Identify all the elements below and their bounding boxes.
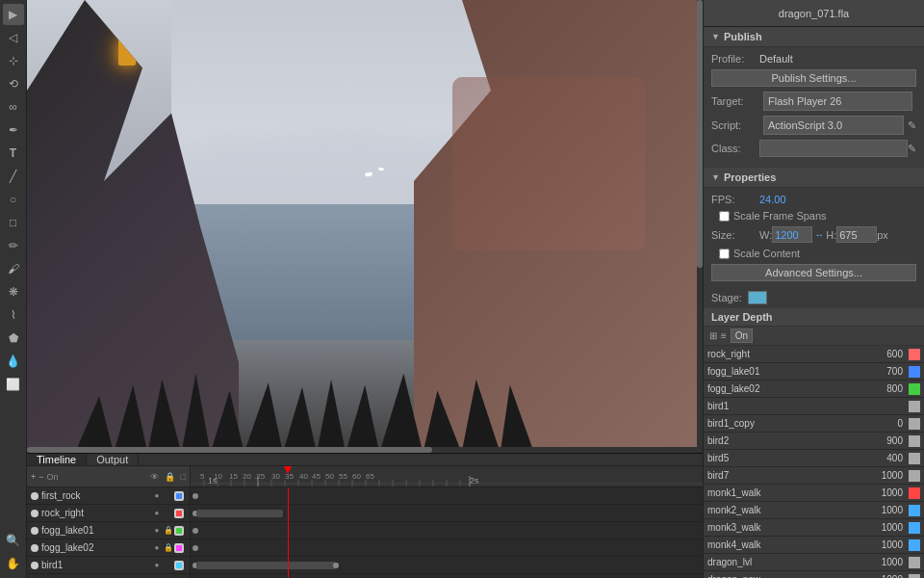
- keyframe-dot: [192, 493, 198, 499]
- tool-eraser[interactable]: ⬜: [3, 374, 24, 395]
- script-edit-icon[interactable]: ✎: [908, 119, 916, 132]
- tool-oval[interactable]: ○: [3, 189, 24, 210]
- ld-color-dragon-lvl: [909, 557, 920, 568]
- ld-row-bird2[interactable]: bird2 900: [704, 433, 924, 450]
- tl-layer-first-rock[interactable]: first_rock ●: [27, 487, 190, 505]
- layer-vis-rock-right[interactable]: ●: [151, 508, 163, 519]
- stage-color-swatch[interactable]: [748, 291, 767, 304]
- tl-add-layer-icon[interactable]: +: [31, 472, 36, 482]
- scale-content-checkbox[interactable]: [719, 249, 730, 259]
- advanced-settings-button[interactable]: Advanced Settings...: [711, 264, 916, 281]
- ld-row-bird1-copy[interactable]: bird1_copy 0: [704, 415, 924, 433]
- ld-row-dragon-new[interactable]: dragon_new 1000: [704, 571, 924, 578]
- tool-pen[interactable]: ✒: [3, 119, 24, 141]
- layer-outline-bird1[interactable]: [174, 561, 184, 570]
- tl-layer-rock-right[interactable]: rock_right ●: [27, 505, 190, 522]
- ld-row-monk4-walk[interactable]: monk4_walk 1000: [704, 537, 924, 554]
- scale-frame-checkbox[interactable]: [719, 211, 730, 222]
- tl-layer-bird1[interactable]: bird1 ●: [27, 557, 190, 574]
- ld-row-dragon-lvl[interactable]: dragon_lvl 1000: [704, 554, 924, 571]
- height-input[interactable]: [836, 226, 877, 243]
- ld-row-fogg-lake02[interactable]: fogg_lake02 800: [704, 381, 924, 398]
- layer-vis-fogg-lake02[interactable]: ●: [151, 542, 163, 554]
- ld-row-fogg-lake01[interactable]: fogg_lake01 700: [704, 363, 924, 381]
- canvas-hscroll[interactable]: [27, 447, 703, 453]
- publish-content: Profile: Default Publish Settings... Tar…: [704, 47, 924, 168]
- layer-vis-first-rock[interactable]: ●: [151, 490, 163, 502]
- ld-depth-monk2-walk: 1000: [868, 505, 907, 515]
- properties-arrow-icon: ▼: [711, 172, 720, 182]
- layer-outline-first-rock[interactable]: [174, 491, 184, 501]
- tool-zoom[interactable]: 🔍: [3, 530, 24, 551]
- tool-lasso[interactable]: ∞: [3, 96, 24, 118]
- class-edit-icon[interactable]: ✎: [908, 143, 916, 155]
- layer-lock-first-rock[interactable]: [163, 490, 174, 502]
- ld-on-toggle[interactable]: On: [731, 328, 753, 343]
- publish-settings-button[interactable]: Publish Settings...: [711, 69, 916, 87]
- layer-outline-rock-right[interactable]: [174, 509, 184, 518]
- tool-bone[interactable]: ⌇: [3, 304, 24, 326]
- ld-name-bird1-copy: bird1_copy: [707, 418, 868, 429]
- ld-row-monk3-walk[interactable]: monk3_walk 1000: [704, 519, 924, 537]
- layer-lock-fogg-lake02[interactable]: 🔒: [163, 542, 174, 554]
- tool-deco[interactable]: ❋: [3, 281, 24, 302]
- tool-hand[interactable]: ✋: [3, 553, 24, 574]
- class-input[interactable]: [759, 140, 908, 157]
- tool-arrow[interactable]: ▶: [3, 4, 24, 25]
- layer-outline-fogg-lake02[interactable]: [174, 543, 184, 553]
- track-fogg-lake01[interactable]: [191, 522, 703, 539]
- tab-timeline[interactable]: Timeline: [27, 454, 87, 465]
- tool-eyedrop[interactable]: 💧: [3, 351, 24, 372]
- ld-row-monk2-walk[interactable]: monk2_walk 1000: [704, 502, 924, 519]
- track-fogg-lake02[interactable]: [191, 539, 703, 557]
- tl-header-on: On: [47, 472, 59, 482]
- tool-freeform[interactable]: ⊹: [3, 50, 24, 71]
- script-select[interactable]: ActionScript 3.0: [763, 116, 904, 135]
- ld-list-icon[interactable]: ≡: [721, 330, 727, 341]
- tl-delete-layer-icon[interactable]: −: [38, 472, 43, 482]
- properties-section-header[interactable]: ▼ Properties: [704, 168, 924, 188]
- ld-depth-monk4-walk: 1000: [868, 539, 907, 550]
- track-span: [196, 562, 336, 569]
- link-dimensions-icon[interactable]: ↔: [814, 229, 824, 240]
- ld-row-rock-right[interactable]: rock_right 600: [704, 346, 924, 363]
- tl-layer-fogg-lake02[interactable]: fogg_lake02 ● 🔒: [27, 539, 190, 557]
- tool-brush[interactable]: 🖌: [3, 258, 24, 279]
- tool-rect[interactable]: □: [3, 212, 24, 233]
- target-select[interactable]: Flash Player 26: [763, 92, 912, 111]
- layer-type-icon: [31, 492, 38, 500]
- track-bird1-copy[interactable]: [191, 574, 703, 578]
- tool-pencil[interactable]: ✏: [3, 235, 24, 256]
- ld-color-fogg-lake02: [909, 383, 920, 395]
- tool-text[interactable]: T: [3, 143, 24, 164]
- width-input[interactable]: [772, 226, 812, 243]
- layer-lock-rock-right[interactable]: [163, 508, 174, 519]
- publish-section-header[interactable]: ▼ Publish: [704, 27, 924, 47]
- tool-3d[interactable]: ⟲: [3, 73, 24, 94]
- tool-paint[interactable]: ⬟: [3, 328, 24, 349]
- tool-line[interactable]: ╱: [3, 166, 24, 187]
- track-first-rock[interactable]: [191, 487, 703, 505]
- layer-outline-fogg-lake01[interactable]: [174, 526, 184, 536]
- ld-row-bird5[interactable]: bird5 400: [704, 450, 924, 467]
- layer-vis-bird1[interactable]: ●: [151, 560, 163, 571]
- tl-layer-bird1-copy[interactable]: bird1_copy ●: [27, 574, 190, 578]
- layer-lock-fogg-lake01[interactable]: 🔒: [163, 525, 174, 537]
- px-label: px: [877, 229, 888, 241]
- tab-output[interactable]: Output: [87, 454, 139, 465]
- track-rock-right[interactable]: [191, 505, 703, 522]
- layer-lock-bird1[interactable]: [163, 560, 174, 571]
- ld-row-monk1-walk[interactable]: monk1_walk 1000: [704, 485, 924, 502]
- class-label: Class:: [711, 143, 759, 154]
- ld-row-bird7[interactable]: bird7 1000: [704, 467, 924, 485]
- tl-layer-fogg-lake01[interactable]: fogg_lake01 ● 🔒: [27, 522, 190, 539]
- track-bird1[interactable]: [191, 557, 703, 574]
- tool-subselect[interactable]: ◁: [3, 27, 24, 48]
- layer-vis-fogg-lake01[interactable]: ●: [151, 525, 163, 537]
- ld-name-dragon-new: dragon_new: [707, 574, 868, 578]
- canvas-vscroll[interactable]: [697, 0, 703, 447]
- class-row: Class: ✎: [711, 140, 916, 157]
- w-label: W:: [759, 229, 772, 241]
- ld-row-bird1[interactable]: bird1: [704, 398, 924, 415]
- ld-grid-icon[interactable]: ⊞: [709, 330, 717, 341]
